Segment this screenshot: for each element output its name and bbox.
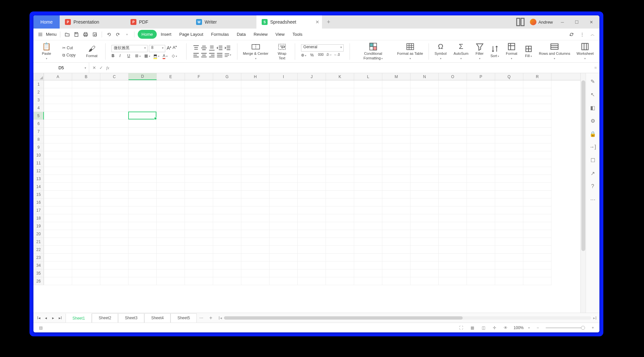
row-header-16[interactable]: 16 <box>33 199 44 206</box>
cell-P16[interactable] <box>467 199 495 206</box>
expand-formula-bar-icon[interactable]: ≡ <box>592 65 599 70</box>
cell-F2[interactable] <box>185 88 213 96</box>
redo-icon[interactable] <box>114 31 122 38</box>
cell-K14[interactable] <box>326 183 354 191</box>
cell-O1[interactable] <box>439 80 467 88</box>
cell-G13[interactable] <box>213 175 241 183</box>
cancel-formula-icon[interactable]: ✕ <box>92 65 96 71</box>
close-tab-icon[interactable]: ✕ <box>315 19 319 25</box>
cell-B13[interactable] <box>72 175 100 183</box>
cell-H35[interactable] <box>241 269 270 277</box>
cell-O21[interactable] <box>439 238 467 246</box>
cell-R20[interactable] <box>523 230 552 238</box>
cell-F34[interactable] <box>185 262 213 269</box>
layout-toggle-icon[interactable] <box>515 17 525 27</box>
cell-Q22[interactable] <box>495 246 523 254</box>
cell-A6[interactable] <box>44 120 72 128</box>
row-header-7[interactable]: 7 <box>33 128 44 136</box>
cell-G35[interactable] <box>213 269 241 277</box>
cell-N22[interactable] <box>411 246 439 254</box>
cell-L21[interactable] <box>354 238 382 246</box>
cell-G26[interactable] <box>213 277 241 285</box>
column-header-O[interactable]: O <box>439 73 467 80</box>
cell-O20[interactable] <box>439 230 467 238</box>
cell-H6[interactable] <box>241 120 270 128</box>
cell-P5[interactable] <box>467 112 495 120</box>
cell-G4[interactable] <box>213 104 241 112</box>
cell-L1[interactable] <box>354 80 382 88</box>
cell-F19[interactable] <box>185 222 213 230</box>
cell-reference-input[interactable] <box>33 65 89 70</box>
cell-E14[interactable] <box>157 183 185 191</box>
worksheet-button[interactable]: Worksheet <box>574 42 596 60</box>
cell-D8[interactable] <box>129 136 157 143</box>
cell-O7[interactable] <box>439 128 467 136</box>
cell-A10[interactable] <box>44 151 72 159</box>
cell-O9[interactable] <box>439 143 467 151</box>
cell-D13[interactable] <box>129 175 157 183</box>
row-header-11[interactable]: 11 <box>33 159 44 167</box>
cell-L10[interactable] <box>354 151 382 159</box>
increase-indent-icon[interactable] <box>224 45 231 51</box>
cell-M13[interactable] <box>382 175 411 183</box>
cell-B34[interactable] <box>72 262 100 269</box>
cell-D6[interactable] <box>129 120 157 128</box>
cell-O3[interactable] <box>439 96 467 104</box>
cell-M5[interactable] <box>382 112 411 120</box>
cell-L8[interactable] <box>354 136 382 143</box>
cell-N19[interactable] <box>411 222 439 230</box>
cell-I1[interactable] <box>270 80 298 88</box>
cell-K10[interactable] <box>326 151 354 159</box>
row-header-21[interactable]: 21 <box>33 238 44 246</box>
cell-N17[interactable] <box>411 206 439 214</box>
cell-B2[interactable] <box>72 88 100 96</box>
cell-F17[interactable] <box>185 206 213 214</box>
cell-C5[interactable] <box>100 112 129 120</box>
cell-H22[interactable] <box>241 246 270 254</box>
zoom-slider[interactable] <box>546 327 585 328</box>
more-icon[interactable]: ⋯ <box>589 196 596 203</box>
hamburger-icon[interactable] <box>37 31 44 38</box>
cell-K11[interactable] <box>326 159 354 167</box>
cell-N14[interactable] <box>411 183 439 191</box>
cell-Q10[interactable] <box>495 151 523 159</box>
zoom-in-button[interactable]: + <box>590 325 596 331</box>
cell-E22[interactable] <box>157 246 185 254</box>
align-top-icon[interactable] <box>192 45 200 51</box>
percent-icon[interactable]: % <box>310 53 317 58</box>
cell-A22[interactable] <box>44 246 72 254</box>
cell-E1[interactable] <box>157 80 185 88</box>
zoom-out-button[interactable]: − <box>534 325 541 331</box>
cell-O35[interactable] <box>439 269 467 277</box>
menu-page-layout[interactable]: Page Layout <box>175 30 207 39</box>
cell-F1[interactable] <box>185 80 213 88</box>
cell-J12[interactable] <box>298 167 326 175</box>
cell-P34[interactable] <box>467 262 495 269</box>
increase-decimal-icon[interactable]: .0→ <box>326 53 333 58</box>
cell-K1[interactable] <box>326 80 354 88</box>
row-header-23[interactable]: 23 <box>33 254 44 262</box>
cell-E7[interactable] <box>157 128 185 136</box>
row-header-34[interactable]: 34 <box>33 262 44 269</box>
cell-O10[interactable] <box>439 151 467 159</box>
cell-R11[interactable] <box>523 159 552 167</box>
cell-F3[interactable] <box>185 96 213 104</box>
cell-A16[interactable] <box>44 199 72 206</box>
cell-Q13[interactable] <box>495 175 523 183</box>
status-mode-icon[interactable]: ▤ <box>37 324 45 332</box>
cell-J17[interactable] <box>298 206 326 214</box>
cell-J22[interactable] <box>298 246 326 254</box>
menu-data[interactable]: Data <box>233 30 250 39</box>
cell-K7[interactable] <box>326 128 354 136</box>
cell-J35[interactable] <box>298 269 326 277</box>
cell-D16[interactable] <box>129 199 157 206</box>
cell-P15[interactable] <box>467 191 495 199</box>
cell-L23[interactable] <box>354 254 382 262</box>
new-tab-button[interactable]: + <box>322 15 335 29</box>
cell-H1[interactable] <box>241 80 270 88</box>
cell-D34[interactable] <box>129 262 157 269</box>
cell-E9[interactable] <box>157 143 185 151</box>
cell-C10[interactable] <box>100 151 129 159</box>
cell-F20[interactable] <box>185 230 213 238</box>
cell-L16[interactable] <box>354 199 382 206</box>
